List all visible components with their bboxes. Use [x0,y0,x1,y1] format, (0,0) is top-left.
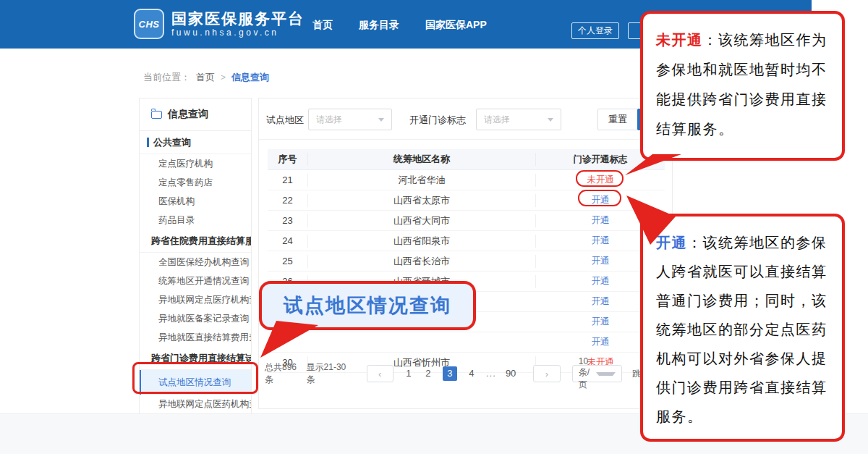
name-cell: 山西省长治市 [307,255,536,268]
header-nav: 首页服务目录国家医保APP [312,19,487,32]
breadcrumb-home-link[interactable]: 首页 [196,71,215,84]
breadcrumb: 当前位置： 首页 > 信息查询 [143,71,269,84]
sidebar-item[interactable]: 公共查询 [140,131,251,154]
sidebar-item[interactable]: 全国医保经办机构查询 [140,253,251,272]
breadcrumb-current[interactable]: 信息查询 [231,71,269,84]
pagination: 总共896条 显示21-30条 ‹ 1234...90 › 10条/页 跳转至第 [265,364,667,383]
open-ring [578,190,621,206]
chevron-down-icon [548,118,553,122]
next-page-button[interactable]: › [533,365,560,382]
name-cell: 山西省大同市 [307,214,536,227]
total-count: 总共896条 [265,361,301,386]
page-size-select[interactable]: 10条/页 [572,365,622,382]
page-button[interactable]: 1 [404,366,414,381]
main-panel: 试点地区 请选择 开通门诊标志 请选择 重置 序号 统筹地区名称 门诊开通标志 [258,98,673,409]
seq-cell: 23 [268,215,307,226]
page-button[interactable]: 90 [506,366,516,381]
name-cell: 山西省阳泉市 [307,235,536,248]
page-button[interactable]: 3 [443,366,457,381]
chevron-down-icon [596,372,616,376]
not-open-ring [576,170,624,187]
personal-login-button[interactable]: 个人登录 [571,22,619,39]
outpatient-flag-label: 开通门诊标志 [409,114,466,127]
chevron-down-icon [378,118,384,122]
breadcrumb-separator: > [221,72,226,83]
site-domain: fuwu.nhsa.gov.cn [171,28,305,38]
table-row: 24 山西省阳泉市 开通 [268,231,665,251]
not-open-term: 未开通 [656,32,703,48]
table-header: 序号 统筹地区名称 门诊开通标志 [268,149,665,170]
page-button[interactable]: 4 [467,366,477,381]
seq-cell: 24 [268,235,307,246]
sidebar-item[interactable]: 定点零售药店 [140,173,251,192]
filter-bar: 试点地区 请选择 开通门诊标志 请选择 重置 [259,98,672,140]
name-cell: 河北省华油 [307,174,536,187]
sidebar-item[interactable]: 医保机构 [140,192,251,211]
logo[interactable]: CHS 国家医保服务平台 fuwu.nhsa.gov.cn [134,9,305,39]
sidebar-item[interactable]: 异地就医直接结算费用查询 [140,328,251,347]
sidebar-item[interactable]: 跨省住院费用直接结算服务查询 [140,230,251,253]
reset-button[interactable]: 重置 [597,109,638,130]
table-row: 开通 [268,332,665,353]
open-callout: 开通：该统筹地区的参保人跨省就医可以直接结算普通门诊费用；同时，该统筹地区的部分… [640,214,845,442]
pilot-area-label: 试点地区 [266,114,304,127]
center-callout: 试点地区情况查询 [259,281,476,330]
seq-cell: 25 [268,256,307,266]
sidebar-item[interactable]: 异地联网定点医药机构查询 [140,395,251,413]
nav-item[interactable]: 国家医保APP [425,19,487,32]
chs-logo-icon: CHS [134,9,164,39]
sidebar-item[interactable]: 统筹地区开通情况查询 [140,272,251,290]
chevron-left-icon: ‹ [378,369,381,379]
sidebar-item[interactable]: 药品目录 [140,211,251,230]
select-placeholder: 请选择 [316,114,378,126]
sidebar-item[interactable]: 异地联网定点医疗机构查询 [140,290,251,309]
sidebar-highlight-ring [132,362,258,394]
prev-page-button[interactable]: ‹ [367,365,393,382]
not-open-callout: 未开通：该统筹地区作为参保地和就医地暂时均不能提供跨省门诊费用直接结算服务。 [640,11,845,161]
sidebar-item[interactable]: 定点医疗机构 [140,154,251,173]
pilot-area-select[interactable]: 请选择 [308,109,392,130]
nav-item[interactable]: 首页 [312,19,333,32]
select-placeholder: 请选择 [484,114,548,126]
page-button[interactable]: ... [486,366,496,381]
seq-cell: 22 [268,195,307,206]
nav-item[interactable]: 服务目录 [359,19,399,32]
page-button[interactable]: 2 [423,366,433,381]
folder-icon [151,111,162,119]
sidebar-title[interactable]: 信息查询 [140,98,251,131]
column-header-name: 统筹地区名称 [307,153,536,166]
shown-range: 显示21-30条 [307,361,349,386]
column-header-seq: 序号 [268,153,307,166]
outpatient-flag-select[interactable]: 请选择 [476,109,561,130]
name-cell: 山西省太原市 [307,194,536,207]
site-title: 国家医保服务平台 [171,10,305,28]
table-row: 25 山西省长治市 开通 [268,251,665,272]
table-row: 23 山西省大同市 开通 [268,211,665,231]
sidebar-item[interactable]: 异地就医备案记录查询 [140,309,251,328]
page: CHS 国家医保服务平台 fuwu.nhsa.gov.cn 首页服务目录国家医保… [0,0,868,454]
breadcrumb-location-label: 当前位置： [143,71,190,84]
chevron-right-icon: › [545,369,548,379]
open-text: ：该统筹地区的参保人跨省就医可以直接结算普通门诊费用；同时，该统筹地区的部分定点… [656,235,827,424]
seq-cell: 21 [268,175,307,185]
page-list: 1234...90 [404,366,516,381]
open-term: 开通 [656,235,687,251]
